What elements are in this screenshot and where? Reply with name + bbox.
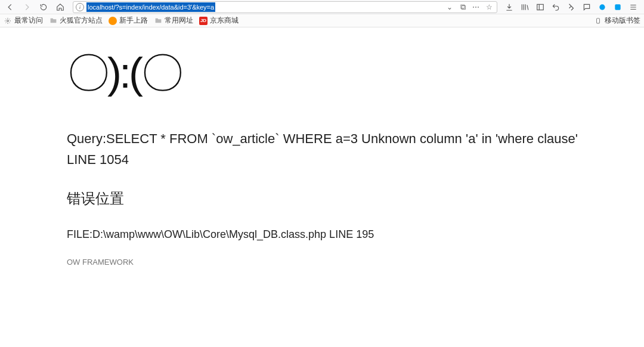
- svg-point-5: [598, 22, 599, 23]
- home-button[interactable]: [52, 1, 68, 14]
- url-bar[interactable]: i localhost/?s=index/index/data&id=3'&ke…: [73, 1, 497, 13]
- menu-button[interactable]: [626, 1, 640, 14]
- bookmark-label: 常用网址: [165, 16, 193, 26]
- mobile-bookmarks[interactable]: 移动版书签: [594, 16, 640, 26]
- mobile-icon: [594, 17, 602, 25]
- reload-icon: [39, 3, 48, 11]
- home-icon: [56, 3, 64, 11]
- page-actions-icon[interactable]: ⋯: [470, 3, 481, 11]
- sidebar-icon[interactable]: [533, 1, 547, 14]
- svg-rect-2: [615, 4, 620, 10]
- gear-icon: [4, 17, 12, 25]
- site-info-icon[interactable]: i: [76, 3, 84, 11]
- firefox-icon: [109, 17, 117, 25]
- extension1-icon[interactable]: [564, 1, 578, 14]
- arrow-left-icon: [6, 3, 14, 11]
- bookmark-label: 火狐官方站点: [60, 16, 103, 26]
- browser-nav-bar: i localhost/?s=index/index/data&id=3'&ke…: [0, 0, 644, 14]
- bookmark-item-firefox-official[interactable]: 火狐官方站点: [49, 16, 103, 26]
- folder-icon: [154, 17, 162, 25]
- url-text: localhost/?s=index/index/data&id=3'&key=…: [86, 2, 215, 12]
- bookmark-item-getting-started[interactable]: 新手上路: [109, 16, 148, 26]
- svg-rect-0: [537, 4, 544, 10]
- reader-mode-icon[interactable]: ⧉: [457, 2, 468, 12]
- forward-button[interactable]: [19, 1, 35, 14]
- error-page: 〇):(〇 Query:SELECT * FROM `ow_article` W…: [0, 27, 644, 267]
- error-file-text: FILE:D:\wamp\www\OW\Lib\Core\Mysql_DB.cl…: [67, 228, 644, 241]
- bookmarks-bar: 最常访问 火狐官方站点 新手上路 常用网址 JD 京东商城 移动版书签: [0, 14, 644, 27]
- reload-button[interactable]: [36, 1, 51, 14]
- error-face: 〇):(〇: [67, 51, 644, 94]
- bookmark-label: 移动版书签: [605, 16, 640, 26]
- bookmark-label: 最常访问: [14, 16, 43, 26]
- back-button[interactable]: [2, 1, 18, 14]
- dropdown-icon[interactable]: ⌄: [444, 3, 455, 11]
- bookmark-item-common-sites[interactable]: 常用网址: [154, 16, 193, 26]
- bookmark-label: 京东商城: [210, 16, 239, 26]
- error-query-line: LINE 1054: [67, 152, 644, 168]
- extension-blue2-icon[interactable]: [611, 1, 625, 14]
- svg-point-3: [7, 20, 9, 21]
- chat-icon[interactable]: [580, 1, 594, 14]
- downloads-icon[interactable]: [502, 1, 516, 14]
- extension-blue1-icon[interactable]: [595, 1, 609, 14]
- error-location-heading: 错误位置: [67, 189, 644, 208]
- jd-icon: JD: [199, 17, 208, 25]
- error-query-text: Query:SELECT * FROM `ow_article` WHERE a…: [67, 130, 580, 148]
- svg-point-1: [599, 4, 605, 10]
- arrow-right-icon: [23, 3, 31, 11]
- bookmark-label: 新手上路: [119, 16, 148, 26]
- bookmark-item-most-visited[interactable]: 最常访问: [4, 16, 43, 26]
- bookmark-star-icon[interactable]: ☆: [484, 3, 494, 11]
- undo-icon[interactable]: [549, 1, 563, 14]
- bookmark-item-jd[interactable]: JD 京东商城: [199, 16, 239, 26]
- toolbar-right: [502, 1, 642, 14]
- library-icon[interactable]: [518, 1, 532, 14]
- folder-icon: [49, 17, 57, 25]
- framework-signature: OW FRAMEWORK: [67, 258, 644, 267]
